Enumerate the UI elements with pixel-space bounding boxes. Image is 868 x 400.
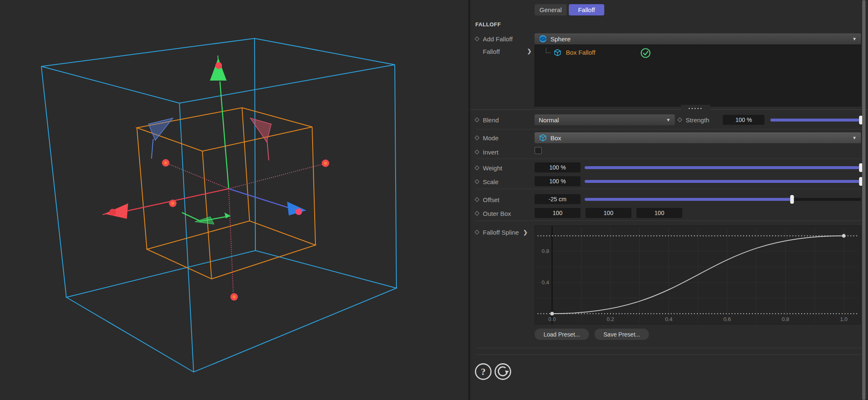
svg-text:0.8: 0.8 (782, 316, 789, 322)
chevron-down-icon: ▼ (852, 135, 857, 140)
svg-text:0.0: 0.0 (548, 316, 556, 322)
offset-slider[interactable] (585, 198, 861, 201)
svg-text:1.0: 1.0 (840, 316, 848, 322)
falloff-handle-dots[interactable] (109, 62, 329, 301)
graph-tick-labels: 0.00.20.40.60.81.00.40.8 (542, 248, 848, 322)
falloff-section-title: FALLOFF (475, 21, 501, 28)
inner-box-wireframe (137, 108, 315, 279)
weight-label-row: Weight (475, 162, 502, 173)
outer-box-x-field[interactable]: 100 (535, 208, 580, 218)
falloff-list-expander-icon[interactable]: ❯ (527, 48, 532, 54)
attributes-panel: General Falloff FALLOFF Add Falloff Sphe… (470, 0, 868, 400)
invert-checkbox[interactable] (535, 147, 542, 154)
falloff-spline-label: Falloff Spline (483, 229, 519, 236)
add-falloff-dropdown[interactable]: Sphere ▼ (535, 33, 861, 44)
blend-label-row: Blend (475, 114, 499, 125)
outer-falloff-box-wireframe (41, 38, 396, 372)
scale-slider[interactable] (585, 180, 861, 183)
blue-plane-handle[interactable] (149, 118, 173, 159)
slider-handle[interactable] (790, 195, 794, 204)
separator (476, 348, 862, 348)
strength-field[interactable]: 100 % (723, 115, 765, 125)
falloff-spline-expander-icon[interactable]: ❯ (523, 229, 527, 235)
load-preset-button[interactable]: Load Preset... (535, 329, 589, 340)
strength-label: Strength (686, 116, 709, 124)
reset-icon[interactable] (494, 362, 512, 381)
chevron-down-icon: ▼ (666, 117, 671, 122)
separator (476, 354, 862, 355)
falloff-list-label-row: Falloff (475, 46, 500, 57)
green-bend-handle[interactable] (182, 213, 230, 224)
mode-label-row: Mode (475, 132, 499, 143)
box-falloff-icon (553, 48, 562, 57)
save-preset-button[interactable]: Save Preset... (595, 329, 649, 340)
separator (476, 220, 862, 221)
help-glyph: ? (481, 367, 486, 377)
add-falloff-label-row: Add Falloff (475, 33, 512, 44)
scale-label-row: Scale (475, 176, 499, 187)
mode-dropdown[interactable]: Box ▼ (535, 132, 861, 143)
keyframe-diamond-icon[interactable] (474, 230, 479, 234)
add-falloff-label: Add Falloff (483, 35, 512, 43)
keyframe-diamond-icon[interactable] (474, 197, 479, 202)
scale-field[interactable]: 100 % (535, 176, 580, 186)
outer-box-label: Outer Box (483, 210, 511, 217)
falloff-item-name: Box Falloff (566, 49, 595, 56)
outer-box-z-field[interactable]: 100 (636, 208, 682, 218)
keyframe-diamond-icon[interactable] (474, 135, 479, 140)
svg-text:0.8: 0.8 (542, 248, 549, 254)
separator (476, 189, 862, 189)
falloff-list-item[interactable]: Box Falloff (535, 47, 860, 59)
blend-label: Blend (483, 116, 499, 124)
svg-text:0.2: 0.2 (607, 316, 614, 322)
strength-slider[interactable] (770, 119, 861, 122)
svg-text:0.4: 0.4 (542, 279, 549, 286)
viewport[interactable] (0, 0, 468, 400)
blend-value: Normal (539, 116, 559, 124)
svg-text:0.6: 0.6 (723, 316, 731, 322)
falloff-list-box[interactable]: Box Falloff (535, 45, 861, 106)
outer-box-label-row: Outer Box (475, 208, 511, 219)
offset-field[interactable]: -25 cm (535, 194, 580, 204)
red-plane-handle[interactable] (250, 118, 271, 160)
outer-box-y-field[interactable]: 100 (585, 208, 631, 218)
falloff-spline-graph[interactable]: 0.00.20.40.60.81.00.40.8 (535, 225, 861, 324)
keyframe-diamond-icon[interactable] (474, 179, 479, 184)
tree-branch-icon (546, 48, 551, 53)
scale-label: Scale (483, 178, 499, 185)
offset-label-row: Offset (475, 194, 500, 205)
offset-label: Offset (483, 196, 500, 203)
mode-label: Mode (483, 134, 499, 142)
mode-value: Box (550, 134, 561, 142)
help-icon[interactable]: ? (474, 362, 492, 381)
svg-text:0.4: 0.4 (665, 316, 673, 322)
keyframe-diamond-icon[interactable] (474, 117, 479, 122)
sphere-icon (539, 35, 547, 43)
chevron-down-icon: ▼ (852, 36, 857, 41)
blend-dropdown[interactable]: Normal ▼ (535, 114, 675, 125)
group-splitter-line (470, 109, 868, 110)
keyframe-diamond-icon[interactable] (474, 211, 479, 215)
add-falloff-value: Sphere (550, 35, 570, 43)
keyframe-diamond-icon[interactable] (474, 36, 479, 41)
weight-field[interactable]: 100 % (535, 162, 580, 172)
application-window: General Falloff FALLOFF Add Falloff Sphe… (0, 0, 868, 400)
enabled-checkmark-icon[interactable] (640, 48, 651, 58)
tab-general[interactable]: General (535, 4, 567, 15)
panel-scrollbar[interactable] (862, 0, 865, 400)
weight-slider[interactable] (585, 166, 861, 169)
falloff-list-label: Falloff (483, 48, 500, 55)
keyframe-diamond-icon[interactable] (474, 165, 479, 170)
falloff-spline-label-row: Falloff Spline ❯ (475, 227, 527, 238)
separator (476, 129, 862, 129)
invert-label-row: Invert (475, 147, 499, 157)
keyframe-diamond-icon[interactable] (474, 149, 479, 154)
panel-splitter-handle[interactable]: ····· (681, 105, 710, 112)
tab-falloff[interactable]: Falloff (569, 4, 604, 15)
separator (476, 159, 862, 159)
strength-label-row: Strength (678, 114, 709, 125)
invert-label: Invert (483, 149, 499, 156)
keyframe-diamond-icon[interactable] (677, 117, 682, 122)
weight-label: Weight (483, 165, 502, 172)
box-mode-icon (539, 134, 547, 142)
